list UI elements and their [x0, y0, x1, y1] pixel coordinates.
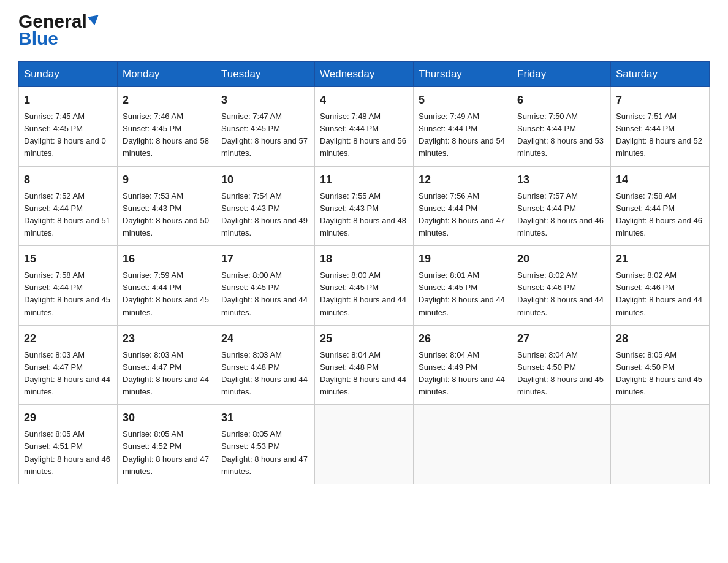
day-number: 27: [517, 331, 605, 347]
day-info: Sunrise: 7:55 AMSunset: 4:43 PMDaylight:…: [320, 191, 406, 237]
day-info: Sunrise: 8:05 AMSunset: 4:51 PMDaylight:…: [24, 429, 110, 475]
calendar-week-row: 15Sunrise: 7:58 AMSunset: 4:44 PMDayligh…: [19, 246, 710, 326]
calendar-cell: 27Sunrise: 8:04 AMSunset: 4:50 PMDayligh…: [512, 325, 611, 405]
logo-triangle-icon: [88, 15, 100, 26]
day-info: Sunrise: 8:00 AMSunset: 4:45 PMDaylight:…: [320, 270, 406, 316]
calendar-cell: 26Sunrise: 8:04 AMSunset: 4:49 PMDayligh…: [414, 325, 512, 405]
calendar-week-row: 22Sunrise: 8:03 AMSunset: 4:47 PMDayligh…: [19, 325, 710, 405]
day-number: 29: [24, 410, 112, 426]
calendar-cell: 29Sunrise: 8:05 AMSunset: 4:51 PMDayligh…: [19, 405, 118, 484]
day-info: Sunrise: 8:05 AMSunset: 4:50 PMDaylight:…: [616, 350, 702, 396]
day-number: 10: [221, 172, 309, 188]
calendar-cell: 23Sunrise: 8:03 AMSunset: 4:47 PMDayligh…: [118, 325, 216, 405]
day-number: 22: [24, 331, 112, 347]
day-info: Sunrise: 7:53 AMSunset: 4:43 PMDaylight:…: [123, 191, 209, 237]
calendar-cell: 31Sunrise: 8:05 AMSunset: 4:53 PMDayligh…: [216, 405, 315, 484]
day-number: 28: [616, 331, 704, 347]
calendar-cell: 3Sunrise: 7:47 AMSunset: 4:45 PMDaylight…: [216, 87, 315, 167]
calendar-cell: 10Sunrise: 7:54 AMSunset: 4:43 PMDayligh…: [216, 166, 315, 246]
day-info: Sunrise: 8:04 AMSunset: 4:50 PMDaylight:…: [517, 350, 604, 396]
calendar-week-row: 1Sunrise: 7:45 AMSunset: 4:45 PMDaylight…: [19, 87, 710, 167]
calendar-cell: 20Sunrise: 8:02 AMSunset: 4:46 PMDayligh…: [512, 246, 611, 326]
day-number: 11: [320, 172, 408, 188]
day-info: Sunrise: 8:05 AMSunset: 4:52 PMDaylight:…: [123, 429, 209, 475]
day-number: 14: [616, 172, 704, 188]
calendar-cell: [414, 405, 512, 484]
day-info: Sunrise: 8:04 AMSunset: 4:48 PMDaylight:…: [320, 350, 406, 396]
calendar-cell: 22Sunrise: 8:03 AMSunset: 4:47 PMDayligh…: [19, 325, 118, 405]
calendar-cell: 28Sunrise: 8:05 AMSunset: 4:50 PMDayligh…: [611, 325, 710, 405]
calendar-cell: 8Sunrise: 7:52 AMSunset: 4:44 PMDaylight…: [19, 166, 118, 246]
calendar-cell: [611, 405, 710, 484]
day-number: 2: [123, 92, 211, 109]
calendar-cell: 17Sunrise: 8:00 AMSunset: 4:45 PMDayligh…: [216, 246, 315, 326]
day-number: 9: [123, 172, 211, 188]
calendar-cell: 5Sunrise: 7:49 AMSunset: 4:44 PMDaylight…: [414, 87, 512, 167]
day-number: 5: [419, 92, 507, 109]
calendar-cell: 19Sunrise: 8:01 AMSunset: 4:45 PMDayligh…: [414, 246, 512, 326]
calendar-cell: 25Sunrise: 8:04 AMSunset: 4:48 PMDayligh…: [315, 325, 414, 405]
day-number: 19: [419, 251, 507, 267]
day-info: Sunrise: 7:58 AMSunset: 4:44 PMDaylight:…: [24, 270, 110, 316]
day-info: Sunrise: 7:57 AMSunset: 4:44 PMDaylight:…: [517, 191, 604, 237]
day-info: Sunrise: 8:02 AMSunset: 4:46 PMDaylight:…: [616, 270, 702, 316]
col-header-wednesday: Wednesday: [315, 62, 414, 87]
day-info: Sunrise: 8:04 AMSunset: 4:49 PMDaylight:…: [419, 350, 505, 396]
logo: General Blue: [18, 12, 99, 49]
day-info: Sunrise: 7:49 AMSunset: 4:44 PMDaylight:…: [419, 112, 505, 158]
calendar-week-row: 8Sunrise: 7:52 AMSunset: 4:44 PMDaylight…: [19, 166, 710, 246]
day-number: 3: [221, 92, 309, 109]
day-number: 17: [221, 251, 309, 267]
calendar-cell: 6Sunrise: 7:50 AMSunset: 4:44 PMDaylight…: [512, 87, 611, 167]
col-header-saturday: Saturday: [611, 62, 710, 87]
page-header: General Blue: [18, 12, 710, 49]
day-info: Sunrise: 7:48 AMSunset: 4:44 PMDaylight:…: [320, 112, 406, 158]
calendar-cell: 9Sunrise: 7:53 AMSunset: 4:43 PMDaylight…: [118, 166, 216, 246]
calendar-week-row: 29Sunrise: 8:05 AMSunset: 4:51 PMDayligh…: [19, 405, 710, 484]
day-number: 8: [24, 172, 112, 188]
calendar-cell: 30Sunrise: 8:05 AMSunset: 4:52 PMDayligh…: [118, 405, 216, 484]
calendar-table: SundayMondayTuesdayWednesdayThursdayFrid…: [18, 61, 710, 484]
day-info: Sunrise: 7:59 AMSunset: 4:44 PMDaylight:…: [123, 270, 209, 316]
day-info: Sunrise: 7:54 AMSunset: 4:43 PMDaylight:…: [221, 191, 308, 237]
calendar-cell: 1Sunrise: 7:45 AMSunset: 4:45 PMDaylight…: [19, 87, 118, 167]
day-number: 1: [24, 92, 112, 109]
calendar-cell: 2Sunrise: 7:46 AMSunset: 4:45 PMDaylight…: [118, 87, 216, 167]
day-info: Sunrise: 7:45 AMSunset: 4:45 PMDaylight:…: [24, 112, 106, 158]
logo-blue-text: Blue: [18, 28, 58, 49]
day-number: 13: [517, 172, 605, 188]
day-info: Sunrise: 7:58 AMSunset: 4:44 PMDaylight:…: [616, 191, 702, 237]
calendar-cell: 18Sunrise: 8:00 AMSunset: 4:45 PMDayligh…: [315, 246, 414, 326]
col-header-tuesday: Tuesday: [216, 62, 315, 87]
day-number: 24: [221, 331, 309, 347]
day-info: Sunrise: 8:03 AMSunset: 4:47 PMDaylight:…: [24, 350, 110, 396]
day-info: Sunrise: 7:56 AMSunset: 4:44 PMDaylight:…: [419, 191, 505, 237]
day-number: 25: [320, 331, 408, 347]
day-info: Sunrise: 8:03 AMSunset: 4:48 PMDaylight:…: [221, 350, 308, 396]
day-info: Sunrise: 8:01 AMSunset: 4:45 PMDaylight:…: [419, 270, 505, 316]
day-number: 20: [517, 251, 605, 267]
calendar-cell: 13Sunrise: 7:57 AMSunset: 4:44 PMDayligh…: [512, 166, 611, 246]
day-info: Sunrise: 7:47 AMSunset: 4:45 PMDaylight:…: [221, 112, 308, 158]
calendar-cell: 11Sunrise: 7:55 AMSunset: 4:43 PMDayligh…: [315, 166, 414, 246]
day-number: 21: [616, 251, 704, 267]
day-info: Sunrise: 8:03 AMSunset: 4:47 PMDaylight:…: [123, 350, 209, 396]
col-header-friday: Friday: [512, 62, 611, 87]
calendar-cell: [315, 405, 414, 484]
calendar-cell: 24Sunrise: 8:03 AMSunset: 4:48 PMDayligh…: [216, 325, 315, 405]
day-number: 6: [517, 92, 605, 109]
calendar-header-row: SundayMondayTuesdayWednesdayThursdayFrid…: [19, 62, 710, 87]
day-info: Sunrise: 7:51 AMSunset: 4:44 PMDaylight:…: [616, 112, 702, 158]
calendar-cell: 12Sunrise: 7:56 AMSunset: 4:44 PMDayligh…: [414, 166, 512, 246]
day-info: Sunrise: 8:02 AMSunset: 4:46 PMDaylight:…: [517, 270, 604, 316]
day-number: 26: [419, 331, 507, 347]
day-number: 16: [123, 251, 211, 267]
day-number: 30: [123, 410, 211, 426]
day-number: 23: [123, 331, 211, 347]
day-info: Sunrise: 7:50 AMSunset: 4:44 PMDaylight:…: [517, 112, 604, 158]
day-info: Sunrise: 7:46 AMSunset: 4:45 PMDaylight:…: [123, 112, 209, 158]
day-info: Sunrise: 8:05 AMSunset: 4:53 PMDaylight:…: [221, 429, 308, 475]
calendar-cell: [512, 405, 611, 484]
calendar-cell: 14Sunrise: 7:58 AMSunset: 4:44 PMDayligh…: [611, 166, 710, 246]
calendar-cell: 15Sunrise: 7:58 AMSunset: 4:44 PMDayligh…: [19, 246, 118, 326]
